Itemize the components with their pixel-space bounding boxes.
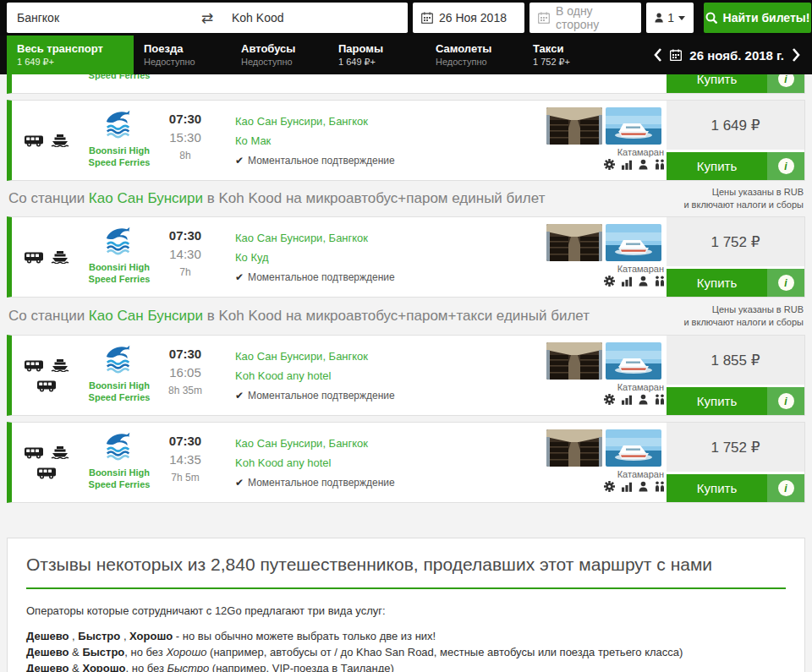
section-header: Со станции Као Сан Бунсири в Koh Kood на… xyxy=(7,298,805,335)
arrival-time: 16:05 xyxy=(157,365,213,380)
buy-button[interactable]: Купить xyxy=(667,74,767,93)
operator-name[interactable]: Boonsiri High Speed Ferries xyxy=(81,380,157,403)
departure-station-link[interactable]: Као Сан Бунсири, Бангкок xyxy=(235,112,546,131)
photo-caption: Катамаран xyxy=(546,264,667,274)
tab-all-transport[interactable]: Весь транспорт 1 649 ₽+ xyxy=(7,36,134,74)
cabin-photo[interactable] xyxy=(546,429,602,467)
reviews-heading: Отзывы некоторых из 2,840 путешественник… xyxy=(26,554,786,576)
confirmation-note: ✔Моментальное подтверждение xyxy=(235,271,546,283)
photo-caption: Катамаран xyxy=(546,147,667,157)
departure-station-link[interactable]: Као Сан Бунсири, Бангкок xyxy=(235,347,546,366)
tab-flights[interactable]: Самолеты Недоступно xyxy=(425,36,523,74)
cabin-photo[interactable] xyxy=(546,107,602,145)
info-icon: i xyxy=(778,393,794,409)
boat-photo[interactable] xyxy=(606,107,661,145)
service-line: Дешево & Хорошо, но без Быстро (например… xyxy=(26,660,786,672)
info-button[interactable]: i xyxy=(767,152,804,180)
station-link[interactable]: Као Сан Бунсири xyxy=(89,308,203,324)
steward-icon xyxy=(639,159,648,170)
reviews-heading-wrap: Отзывы некоторых из 2,840 путешественник… xyxy=(26,554,786,589)
arrival-time: 14:35 xyxy=(157,452,213,467)
trip-row: Boonsiri High Speed Ferries 07:30 15:30 … xyxy=(7,100,805,181)
departure-station-link[interactable]: Као Сан Бунсири, Бангкок xyxy=(235,434,546,453)
check-icon: ✔ xyxy=(235,390,244,402)
origin-input[interactable] xyxy=(7,3,193,32)
date-value: 26 Ноя 2018 xyxy=(439,11,507,25)
passengers-selector[interactable]: 1 xyxy=(646,3,694,33)
operator-name[interactable]: Boonsiri High Speed Ferries xyxy=(81,261,157,285)
service-type-lines: Дешево , Быстро , Хорошо - но вы обычно … xyxy=(26,628,786,672)
service-line: Дешево & Быстро, но без Хорошо (например… xyxy=(26,644,786,660)
operator-name[interactable]: Speed Ferries xyxy=(81,74,157,81)
wc-icon xyxy=(655,276,664,287)
price: 1 855 ₽ xyxy=(667,336,804,385)
cabin-photo[interactable] xyxy=(546,224,602,261)
info-button[interactable]: i xyxy=(767,474,804,502)
return-date-field[interactable]: В одну сторону xyxy=(529,3,641,33)
ferry-icon xyxy=(51,359,69,372)
minibus-icon xyxy=(25,359,43,372)
prev-day-icon[interactable] xyxy=(654,48,662,62)
ferry-icon xyxy=(51,134,69,147)
tab-ferries[interactable]: Паромы 1 649 ₽+ xyxy=(328,36,425,74)
boat-photo[interactable] xyxy=(606,429,661,467)
info-button[interactable]: i xyxy=(767,269,804,297)
signal-icon xyxy=(622,481,632,492)
signal-icon xyxy=(622,159,632,170)
current-date[interactable]: 26 нояб. 2018 г. xyxy=(689,48,784,63)
operator-logo xyxy=(103,108,135,139)
date-field[interactable]: 26 Ноя 2018 xyxy=(413,3,524,33)
arrival-station-link[interactable]: Ко Мак xyxy=(235,131,546,150)
find-tickets-button[interactable]: Найти билеты! xyxy=(704,3,811,33)
section-title: Со станции Као Сан Бунсири в Koh Kood на… xyxy=(8,308,590,325)
arrival-station-link[interactable]: Ко Куд xyxy=(235,248,546,267)
tab-trains[interactable]: Поезда Недоступно xyxy=(134,36,231,74)
ferry-icon xyxy=(51,251,69,264)
tab-buses[interactable]: Автобусы Недоступно xyxy=(231,36,328,74)
aircon-icon xyxy=(604,481,615,492)
tab-sub: Недоступно xyxy=(241,56,328,68)
buy-button[interactable]: Купить xyxy=(667,152,767,180)
boat-photo[interactable] xyxy=(606,224,661,261)
departure-station-link[interactable]: Као Сан Бунсири, Бангкок xyxy=(235,228,546,248)
boat-photo[interactable] xyxy=(606,342,661,380)
info-button[interactable]: i xyxy=(767,74,804,93)
confirmation-note: ✔Моментальное подтверждение xyxy=(235,477,546,489)
vehicle-icons xyxy=(12,101,81,180)
steward-icon xyxy=(639,394,648,405)
destination-input[interactable] xyxy=(222,3,408,32)
vehicle-icons xyxy=(12,423,81,502)
photo-caption: Катамаран xyxy=(546,382,667,392)
cabin-photo[interactable] xyxy=(546,342,602,380)
next-day-icon[interactable] xyxy=(792,48,800,62)
operator-logo xyxy=(103,225,135,255)
tab-sub: 1 649 ₽+ xyxy=(17,56,134,68)
buy-button[interactable]: Купить xyxy=(667,474,767,502)
person-icon xyxy=(655,13,663,23)
vehicle-icons xyxy=(12,336,81,415)
amenity-icons xyxy=(546,159,667,170)
reviews-panel: Отзывы некоторых из 2,840 путешественник… xyxy=(7,538,805,672)
operator-name[interactable]: Boonsiri High Speed Ferries xyxy=(81,145,157,168)
currency-note: Цены указаны в RUB и включают налоги и с… xyxy=(683,186,804,211)
departure-time: 07:30 xyxy=(157,434,213,448)
duration: 7h 5m xyxy=(157,472,213,484)
aircon-icon xyxy=(604,159,615,170)
swap-icon[interactable]: ⇄ xyxy=(193,9,222,27)
reviews-intro: Операторы которые сотрудничают с 12Go пр… xyxy=(26,604,786,617)
aircon-icon xyxy=(604,394,615,405)
search-bar: ⇄ 26 Ноя 2018 В одну сторону 1 Найти бил… xyxy=(0,0,812,36)
info-button[interactable]: i xyxy=(767,387,804,415)
buy-button[interactable]: Купить xyxy=(667,387,767,415)
departure-time: 07:30 xyxy=(157,112,213,126)
station-link[interactable]: Као Сан Бунсири xyxy=(89,190,203,206)
operator-logo xyxy=(103,343,135,374)
amenity-icons xyxy=(546,394,667,405)
buy-button[interactable]: Купить xyxy=(667,269,767,297)
operator-name[interactable]: Boonsiri High Speed Ferries xyxy=(81,467,157,490)
arrival-station-link[interactable]: Koh Kood any hotel xyxy=(235,366,546,385)
steward-icon xyxy=(639,276,648,287)
tab-taxi[interactable]: Такси 1 752 ₽+ xyxy=(523,36,620,74)
service-line: Дешево , Быстро , Хорошо - но вы обычно … xyxy=(26,628,786,644)
arrival-station-link[interactable]: Koh Kood any hotel xyxy=(235,453,546,473)
